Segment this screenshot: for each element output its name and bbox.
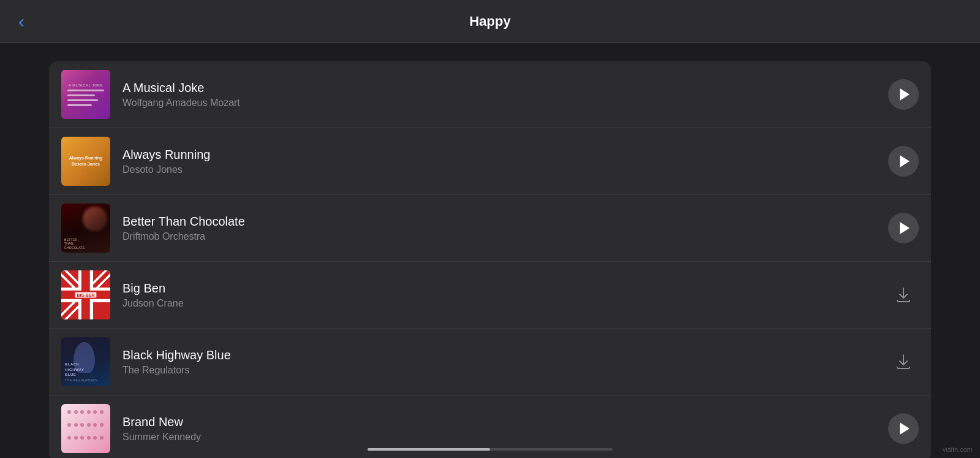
art-line [67, 104, 92, 106]
play-icon [900, 422, 910, 435]
list-item: Brand New Summer Kennedy [49, 395, 931, 458]
union-jack: BIG BEN [61, 270, 110, 319]
track-info: Black Highway Blue The Regulators [123, 348, 888, 376]
album-art: A MUSICAL JOKE [61, 70, 110, 119]
dot [93, 423, 97, 427]
track-artist: Wolfgang Amadeus Mozart [123, 97, 888, 109]
download-icon [894, 286, 913, 304]
list-item: A MUSICAL JOKE A Musical Joke Wolfgang A… [49, 61, 931, 128]
dot [93, 410, 97, 414]
play-button[interactable] [888, 79, 919, 110]
art-overlay [83, 207, 107, 231]
dot [87, 436, 91, 440]
dot [80, 423, 84, 427]
dot [100, 436, 104, 440]
art-text: Always RunningDesoto Jones [69, 155, 102, 167]
art-text: A MUSICAL JOKE [69, 83, 103, 87]
track-list: A MUSICAL JOKE A Musical Joke Wolfgang A… [49, 61, 931, 458]
back-button[interactable]: ‹ [18, 12, 24, 31]
play-icon [900, 88, 910, 101]
art-line [67, 99, 98, 101]
list-item: BIG BEN Big Ben Judson Crane [49, 262, 931, 329]
dot [87, 410, 91, 414]
list-item: Always RunningDesoto Jones Always Runnin… [49, 128, 931, 195]
track-artist: Desoto Jones [123, 164, 888, 175]
dot [74, 410, 78, 414]
track-title: Brand New [123, 415, 888, 429]
download-icon [894, 353, 913, 371]
track-info: A Musical Joke Wolfgang Amadeus Mozart [123, 81, 888, 109]
play-icon [900, 222, 910, 234]
dot [67, 410, 71, 414]
play-button[interactable] [888, 146, 919, 177]
track-title: Black Highway Blue [123, 348, 888, 362]
dot [67, 436, 71, 440]
header: ‹ Happy [0, 0, 980, 43]
dot [100, 410, 104, 414]
dot [74, 436, 78, 440]
track-title: Big Ben [123, 281, 888, 296]
track-title: Always Running [123, 148, 888, 162]
art-text: BlackHighwayBlueTHE REGULATORS [65, 362, 97, 383]
track-artist: Driftmob Orchestra [123, 231, 888, 242]
app-container: ‹ Happy A MUSICAL JOKE A Musical Joke [0, 0, 980, 458]
list-item: BetterThanChocolate Better Than Chocolat… [49, 195, 931, 262]
dot [74, 423, 78, 427]
art-line [67, 94, 95, 96]
dot [80, 410, 84, 414]
big-ben-label: BIG BEN [75, 292, 96, 298]
watermark: visitn.com [943, 446, 973, 453]
track-artist: Judson Crane [123, 298, 888, 309]
download-button[interactable] [888, 280, 919, 310]
scrollbar-thumb [368, 448, 490, 451]
track-info: Brand New Summer Kennedy [123, 415, 888, 443]
dot [100, 423, 104, 427]
track-artist: The Regulators [123, 365, 888, 376]
art-decoration [67, 90, 104, 106]
dot [87, 423, 91, 427]
dot [80, 436, 84, 440]
track-artist: Summer Kennedy [123, 432, 888, 443]
album-art [61, 404, 110, 453]
play-button[interactable] [888, 213, 919, 243]
track-info: Better Than Chocolate Driftmob Orchestra [123, 215, 888, 242]
list-item: BlackHighwayBlueTHE REGULATORS Black Hig… [49, 329, 931, 395]
album-art: Always RunningDesoto Jones [61, 137, 110, 186]
track-info: Always Running Desoto Jones [123, 148, 888, 175]
dot [67, 423, 71, 427]
play-icon [900, 155, 910, 167]
album-art: BIG BEN [61, 270, 110, 319]
content-area: A MUSICAL JOKE A Musical Joke Wolfgang A… [0, 43, 980, 458]
page-title: Happy [469, 13, 510, 29]
download-button[interactable] [888, 346, 919, 377]
dot [93, 436, 97, 440]
scrollbar[interactable] [368, 448, 612, 451]
art-label: BetterThanChocolate [64, 238, 85, 250]
track-title: Better Than Chocolate [123, 215, 888, 229]
album-art: BetterThanChocolate [61, 204, 110, 253]
album-art: BlackHighwayBlueTHE REGULATORS [61, 337, 110, 386]
play-button[interactable] [888, 413, 919, 444]
track-info: Big Ben Judson Crane [123, 281, 888, 309]
art-line [67, 90, 104, 91]
track-title: A Musical Joke [123, 81, 888, 95]
dots-pattern [67, 410, 104, 447]
